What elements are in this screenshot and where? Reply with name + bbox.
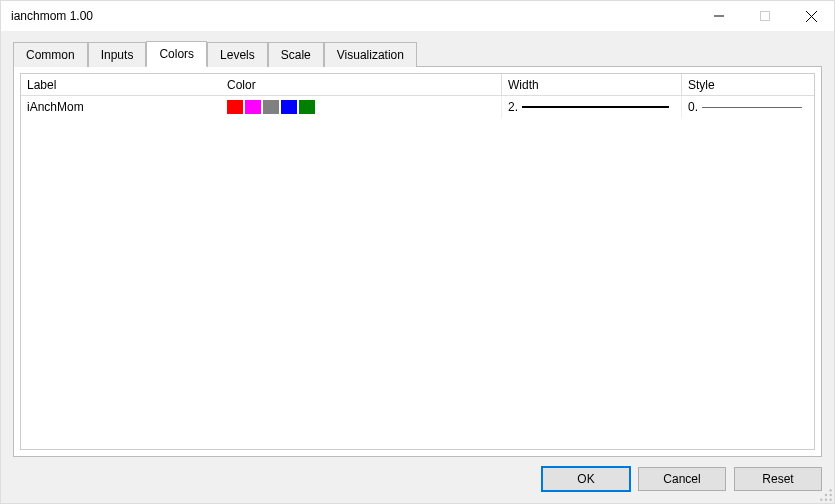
grid-row[interactable]: iAnchMom 2. bbox=[21, 96, 814, 118]
tab-scale[interactable]: Scale bbox=[268, 42, 324, 67]
svg-point-8 bbox=[825, 499, 827, 501]
cell-style[interactable]: 0. bbox=[681, 96, 814, 118]
width-sample-line bbox=[522, 106, 669, 108]
header-style: Style bbox=[681, 74, 814, 95]
style-value: 0. bbox=[688, 100, 698, 114]
style-sample-line bbox=[702, 107, 802, 108]
reset-button[interactable]: Reset bbox=[734, 467, 822, 491]
dialog-buttons: OK Cancel Reset bbox=[13, 457, 822, 491]
svg-point-5 bbox=[825, 494, 827, 496]
cell-color[interactable] bbox=[221, 96, 501, 118]
tab-label: Colors bbox=[159, 47, 194, 61]
color-swatches bbox=[227, 100, 315, 114]
grid-header: Label Color Width Style bbox=[21, 74, 814, 96]
color-swatch[interactable] bbox=[245, 100, 261, 114]
tab-container: Common Inputs Colors Levels Scale Visual… bbox=[13, 40, 822, 457]
tab-label: Visualization bbox=[337, 48, 404, 62]
header-color: Color bbox=[221, 74, 501, 95]
title-bar: ianchmom 1.00 bbox=[1, 1, 834, 31]
minimize-icon bbox=[714, 11, 724, 21]
svg-point-7 bbox=[820, 499, 822, 501]
maximize-button bbox=[742, 1, 788, 31]
cancel-button[interactable]: Cancel bbox=[638, 467, 726, 491]
tab-label: Inputs bbox=[101, 48, 134, 62]
header-width: Width bbox=[501, 74, 681, 95]
close-button[interactable] bbox=[788, 1, 834, 31]
maximize-icon bbox=[760, 11, 770, 21]
cell-label: iAnchMom bbox=[21, 96, 221, 118]
dialog-window: ianchmom 1.00 Common Inputs Colors Level… bbox=[0, 0, 835, 504]
svg-point-6 bbox=[830, 494, 832, 496]
svg-point-4 bbox=[830, 489, 832, 491]
tab-panel-colors: Label Color Width Style iAnchMom bbox=[13, 66, 822, 457]
tab-common[interactable]: Common bbox=[13, 42, 88, 67]
close-icon bbox=[806, 11, 817, 22]
cell-width[interactable]: 2. bbox=[501, 96, 681, 118]
window-title: ianchmom 1.00 bbox=[11, 9, 93, 23]
dialog-content: Common Inputs Colors Levels Scale Visual… bbox=[1, 31, 834, 503]
tab-colors[interactable]: Colors bbox=[146, 41, 207, 67]
ok-button[interactable]: OK bbox=[542, 467, 630, 491]
resize-grip-icon[interactable] bbox=[819, 488, 833, 502]
colors-grid: Label Color Width Style iAnchMom bbox=[20, 73, 815, 450]
tab-label: Common bbox=[26, 48, 75, 62]
color-swatch[interactable] bbox=[281, 100, 297, 114]
tab-label: Levels bbox=[220, 48, 255, 62]
tab-label: Scale bbox=[281, 48, 311, 62]
tab-visualization[interactable]: Visualization bbox=[324, 42, 417, 67]
tab-strip: Common Inputs Colors Levels Scale Visual… bbox=[13, 40, 822, 66]
header-label: Label bbox=[21, 74, 221, 95]
svg-rect-1 bbox=[761, 12, 770, 21]
minimize-button[interactable] bbox=[696, 1, 742, 31]
svg-point-9 bbox=[830, 499, 832, 501]
tab-inputs[interactable]: Inputs bbox=[88, 42, 147, 67]
width-value: 2. bbox=[508, 100, 518, 114]
tab-levels[interactable]: Levels bbox=[207, 42, 268, 67]
color-swatch[interactable] bbox=[227, 100, 243, 114]
color-swatch[interactable] bbox=[263, 100, 279, 114]
window-controls bbox=[696, 1, 834, 31]
color-swatch[interactable] bbox=[299, 100, 315, 114]
